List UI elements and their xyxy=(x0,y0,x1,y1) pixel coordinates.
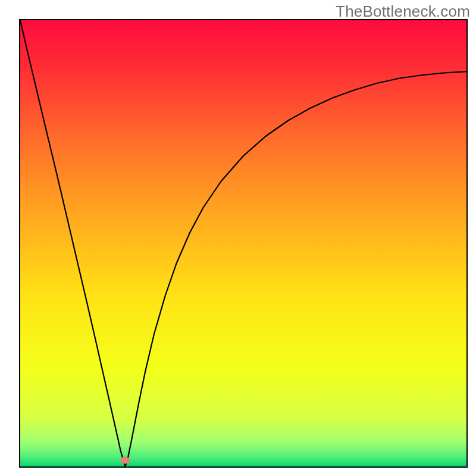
optimum-marker xyxy=(120,457,130,464)
chart-frame: TheBottleneck.com xyxy=(0,0,476,476)
gradient-background xyxy=(20,20,466,466)
bottleneck-chart xyxy=(0,0,476,476)
watermark-label: TheBottleneck.com xyxy=(336,2,470,21)
